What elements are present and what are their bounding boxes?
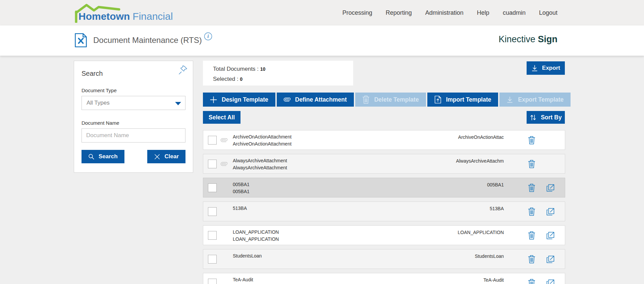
search-icon: [88, 154, 95, 160]
row-checkbox[interactable]: [208, 279, 217, 284]
document-type-name: ArchiveOnActionAttac: [458, 134, 504, 140]
document-subname: ArchiveOnActionAttachment: [233, 140, 291, 148]
row-checkbox[interactable]: [208, 231, 217, 240]
document-type-name: LOAN_APPLICATION: [458, 230, 504, 235]
document-type-label: Document Type: [82, 88, 185, 93]
document-name: ArchiveOnActionAttachment: [233, 133, 291, 140]
nav-item-cuadmin[interactable]: cuadmin: [503, 9, 526, 16]
nav-item-help[interactable]: Help: [477, 9, 489, 16]
export-template-button[interactable]: Export Template: [499, 93, 571, 107]
toolbar-button-label: Import Template: [446, 96, 491, 103]
nav-item-processing[interactable]: Processing: [342, 9, 372, 16]
design-template-button[interactable]: Design Template: [203, 93, 275, 107]
search-panel: Search Document Type All Types Document …: [74, 61, 193, 173]
top-navbar: HometownFinancial ProcessingReportingAdm…: [0, 0, 644, 25]
kinective-name: Kinective: [498, 34, 535, 44]
document-type-value: All Types: [87, 100, 110, 106]
summary-box: Total Documents : 10 Selected : 0: [203, 61, 353, 86]
selected-value: 0: [240, 76, 243, 82]
document-row: LOAN_APPLICATIONLOAN_APPLICATIONLOAN_APP…: [203, 225, 565, 245]
document-row: 513BA513BA: [203, 202, 565, 221]
selected-label: Selected :: [213, 76, 238, 82]
page-header: Document Maintenance (RTS) i Kinective S…: [0, 25, 644, 56]
document-name: AlwaysArchiveAttachment: [233, 157, 287, 164]
document-list: ArchiveOnActionAttachmentArchiveOnAction…: [203, 130, 565, 284]
document-type-name: TeA-Audit: [483, 277, 504, 283]
close-icon: [154, 154, 160, 160]
export-button[interactable]: Export: [527, 61, 565, 75]
export-row-icon[interactable]: [546, 255, 555, 264]
document-name: 005BA1: [233, 181, 250, 188]
document-row: 005BA1005BA1005BA1: [203, 178, 565, 197]
row-checkbox[interactable]: [208, 255, 217, 264]
info-icon[interactable]: i: [204, 32, 212, 41]
brand-suffix: Financial: [132, 11, 173, 22]
import-template-button[interactable]: Import Template: [427, 93, 498, 107]
search-panel-title: Search: [82, 70, 185, 77]
export-row-icon[interactable]: [546, 207, 555, 216]
delete-row-icon[interactable]: [528, 207, 535, 216]
document-name: LOAN_APPLICATION: [233, 229, 279, 236]
page-title: Document Maintenance (RTS): [93, 36, 202, 45]
row-checkbox[interactable]: [208, 183, 217, 192]
chevron-down-icon: [175, 102, 181, 105]
row-checkbox[interactable]: [208, 136, 217, 145]
nav-items: ProcessingReportingAdministrationHelpcua…: [342, 0, 557, 25]
delete-row-icon[interactable]: [528, 231, 535, 240]
document-name-label: Document Name: [82, 120, 185, 126]
delete-row-icon[interactable]: [528, 183, 535, 192]
template-toolbar: Design TemplateDefine AttachmentDelete T…: [203, 93, 571, 107]
document-row: TeA-AuditTeA-Audit: [203, 273, 565, 284]
document-type-name: AlwaysArchiveAttachm: [456, 158, 504, 164]
paperclip-icon: [221, 160, 227, 168]
page: HometownFinancial ProcessingReportingAdm…: [0, 0, 644, 284]
document-row: ArchiveOnActionAttachmentArchiveOnAction…: [203, 130, 565, 150]
toolbar-button-label: Delete Template: [374, 96, 419, 103]
toolbar-button-label: Export Template: [518, 96, 564, 103]
row-checkbox[interactable]: [208, 207, 217, 216]
define-attachment-button[interactable]: Define Attachment: [277, 93, 354, 107]
search-button[interactable]: Search: [82, 150, 124, 163]
total-documents-label: Total Documents :: [213, 66, 259, 72]
sort-by-button[interactable]: Sort By: [527, 111, 565, 124]
pushpin-icon[interactable]: [178, 65, 188, 75]
document-type-name: 005BA1: [487, 182, 504, 187]
document-subname: 005BA1: [233, 188, 250, 195]
document-name-input[interactable]: [82, 128, 185, 143]
select-all-button[interactable]: Select All: [203, 111, 240, 124]
document-type-name: 513BA: [490, 206, 504, 211]
delete-template-button[interactable]: Delete Template: [355, 93, 426, 107]
download-icon: [506, 96, 513, 103]
plus-icon: [210, 96, 217, 103]
document-name: TeA-Audit: [233, 276, 253, 283]
brand-name: Hometown: [78, 11, 130, 22]
kinective-bold: Sign: [538, 34, 558, 44]
download-icon: [531, 65, 538, 72]
import-icon: [434, 96, 441, 104]
delete-row-icon[interactable]: [528, 255, 535, 264]
toolbar-button-label: Design Template: [222, 96, 268, 103]
document-type-name: StudentsLoan: [475, 253, 504, 259]
row-checkbox[interactable]: [208, 160, 217, 168]
document-type-select[interactable]: All Types: [82, 96, 185, 110]
export-row-icon[interactable]: [546, 231, 555, 240]
nav-item-logout[interactable]: Logout: [539, 9, 557, 16]
document-name: 513BA: [233, 205, 247, 212]
export-row-icon[interactable]: [546, 183, 555, 192]
brand-logo[interactable]: HometownFinancial: [74, 2, 182, 24]
total-documents-value: 10: [260, 66, 266, 72]
delete-row-icon[interactable]: [528, 160, 535, 168]
document-subname: LOAN_APPLICATION: [233, 236, 279, 243]
paperclip-icon: [284, 95, 290, 104]
kinective-sign-logo: Kinective Sign: [498, 34, 557, 45]
document-row: StudentsLoanStudentsLoan: [203, 249, 565, 269]
delete-row-icon[interactable]: [528, 279, 535, 284]
svg-text:i: i: [207, 34, 209, 39]
export-row-icon[interactable]: [546, 279, 555, 284]
document-name: StudentsLoan: [233, 252, 262, 260]
nav-item-administration[interactable]: Administration: [425, 9, 464, 16]
nav-item-reporting[interactable]: Reporting: [386, 9, 412, 16]
clear-button[interactable]: Clear: [147, 150, 185, 163]
document-subname: AlwaysArchiveAttachment: [233, 164, 287, 171]
delete-row-icon[interactable]: [528, 136, 535, 145]
